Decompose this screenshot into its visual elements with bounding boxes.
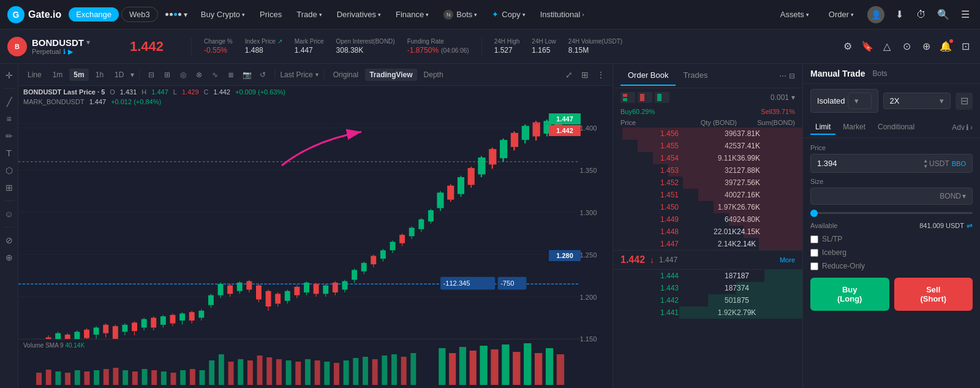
tab-trades[interactable]: Trades: [676, 66, 715, 86]
search-icon[interactable]: 🔍: [936, 7, 951, 22]
bar-chart-icon[interactable]: ⊞: [160, 68, 174, 82]
reduce-only-checkbox[interactable]: Reduce-Only: [810, 262, 973, 270]
price-type-arrow[interactable]: ▾: [315, 71, 318, 78]
leverage-select[interactable]: 2X ▾: [883, 93, 951, 109]
share-icon[interactable]: ⊕: [919, 39, 933, 54]
panel-more-icon[interactable]: ⋯: [779, 72, 786, 80]
emoji-tool[interactable]: ☺: [2, 207, 16, 221]
cursor-tool[interactable]: ✛: [2, 69, 16, 82]
trade-panel-bots[interactable]: Bots: [872, 69, 887, 78]
1d-btn[interactable]: 1D: [110, 69, 128, 81]
web3-button[interactable]: Web3: [121, 7, 158, 22]
eraser-tool[interactable]: ⊘: [2, 234, 16, 247]
eye-icon[interactable]: ◎: [176, 68, 190, 82]
bookmark-icon[interactable]: 🔖: [860, 39, 875, 54]
tab-order-book[interactable]: Order Book: [620, 66, 676, 86]
ob-type-bid[interactable]: [655, 92, 669, 103]
nav-derivatives[interactable]: Derivatives ▾: [331, 6, 387, 23]
nav-copy[interactable]: ✦ Copy ▾: [486, 6, 531, 23]
1m-btn[interactable]: 1m: [48, 69, 67, 81]
order-type-limit[interactable]: Limit: [810, 120, 835, 135]
refresh-icon[interactable]: ⇌: [967, 221, 973, 230]
price-increment[interactable]: ▲: [922, 158, 929, 163]
download-icon[interactable]: ⬇: [892, 7, 907, 22]
nav-prices[interactable]: Prices: [254, 6, 288, 23]
nav-institutional[interactable]: Institutional ›: [534, 6, 590, 23]
zoom-in-tool[interactable]: ⊕: [2, 251, 16, 264]
ask-row[interactable]: 1.451 400 27.16K: [613, 189, 802, 201]
refresh-icon[interactable]: ↺: [256, 68, 270, 82]
settings-icon[interactable]: ⚙: [840, 39, 855, 54]
slider-track[interactable]: [810, 212, 973, 214]
expand-chart-icon[interactable]: ⤢: [562, 68, 576, 82]
alert-icon[interactable]: △: [880, 39, 894, 54]
ob-type-ask[interactable]: [638, 92, 652, 103]
size-unit-select[interactable]: BOND ▾: [940, 192, 966, 200]
avatar[interactable]: 👤: [867, 6, 884, 23]
sell-short-button[interactable]: Sell(Short): [894, 278, 973, 311]
ask-row[interactable]: 1.447 2.14K 2.14K: [613, 238, 802, 250]
panel-layout-icon[interactable]: ⊟: [789, 72, 795, 80]
list-icon[interactable]: ≣: [224, 68, 238, 82]
original-btn[interactable]: Original: [329, 69, 363, 81]
pencil-tool[interactable]: ✏: [2, 129, 16, 143]
text-tool[interactable]: T: [2, 146, 16, 160]
slider-thumb[interactable]: [810, 210, 818, 217]
timeframe-more-icon[interactable]: ▾: [130, 70, 134, 79]
mode-select[interactable]: Isolated ▾: [810, 89, 878, 113]
ask-row[interactable]: 1.449 649 24.80K: [613, 213, 802, 226]
nav-finance[interactable]: Finance ▾: [390, 6, 435, 23]
ask-row[interactable]: 1.448 22.01K 24.15K: [613, 226, 802, 238]
ask-row[interactable]: 1.456 396 37.81K: [613, 127, 802, 140]
exchange-button[interactable]: Exchange: [69, 7, 119, 21]
nav-order[interactable]: Order ▾: [823, 6, 860, 23]
bbo-link[interactable]: BBO: [952, 160, 966, 167]
price-input[interactable]: 1.394 ▲ ▼ USDT BBO: [810, 154, 973, 173]
order-type-adv[interactable]: Adv ℹ ›: [952, 123, 973, 132]
depth-btn[interactable]: Depth: [420, 69, 448, 81]
iceberg-checkbox[interactable]: Iceberg: [810, 248, 973, 257]
timer-icon[interactable]: ⏱: [914, 7, 929, 22]
candle-chart-icon[interactable]: ⊟: [145, 68, 158, 82]
horizontal-line-tool[interactable]: ≡: [2, 112, 16, 126]
ob-type-both[interactable]: [620, 92, 635, 103]
reduce-only-check[interactable]: [810, 262, 818, 270]
nav-bots[interactable]: N Bots ▾: [437, 6, 483, 23]
bid-row[interactable]: 1.443 187 374: [613, 282, 802, 294]
ask-row[interactable]: 1.453 321 27.88K: [613, 164, 802, 177]
5m-btn[interactable]: 5m: [69, 69, 88, 81]
calculator-button[interactable]: ⊟: [956, 93, 973, 110]
clock-icon[interactable]: ⊙: [899, 39, 914, 54]
camera-icon[interactable]: 📷: [240, 68, 254, 82]
order-type-conditional[interactable]: Conditional: [873, 120, 919, 135]
nav-assets[interactable]: Assets ▾: [774, 6, 815, 23]
sl-tp-check[interactable]: [810, 235, 818, 243]
network-tool[interactable]: ⬡: [2, 164, 16, 177]
more-options-icon[interactable]: ⋮: [594, 68, 608, 82]
buy-long-button[interactable]: Buy(Long): [810, 278, 889, 311]
price-stepper[interactable]: ▲ ▼: [922, 158, 929, 169]
expand-icon[interactable]: ⊡: [958, 39, 973, 54]
ask-row[interactable]: 1.450 1.97K 26.76K: [613, 201, 802, 213]
menu-icon[interactable]: ☰: [958, 7, 973, 22]
line-tool[interactable]: ╱: [2, 95, 16, 108]
1h-btn[interactable]: 1h: [91, 69, 108, 81]
bid-row[interactable]: 1.444 187 187: [613, 270, 802, 282]
play-icon[interactable]: ▶: [68, 48, 73, 56]
sl-tp-checkbox[interactable]: SL/TP: [810, 235, 973, 243]
size-input[interactable]: BOND ▾: [810, 188, 973, 205]
dots-menu[interactable]: ▾: [160, 8, 192, 21]
grid-icon[interactable]: ⊞: [578, 68, 592, 82]
ob-depth-select[interactable]: 0.001 ▾: [771, 93, 795, 102]
bid-row[interactable]: 1.442 501 875: [613, 294, 802, 306]
ob-more-link[interactable]: More: [780, 256, 795, 264]
price-decrement[interactable]: ▼: [922, 164, 929, 169]
nav-trade[interactable]: Trade ▾: [290, 6, 328, 23]
indicator-icon[interactable]: ∿: [208, 68, 222, 82]
iceberg-check[interactable]: [810, 249, 818, 257]
ask-row[interactable]: 1.454 9.11K 36.99K: [613, 152, 802, 164]
bell-icon[interactable]: 🔔: [938, 39, 953, 54]
logo[interactable]: G Gate.io: [7, 6, 61, 23]
pair-name[interactable]: BONDUSDT: [32, 37, 84, 48]
line-btn[interactable]: Line: [23, 69, 46, 81]
